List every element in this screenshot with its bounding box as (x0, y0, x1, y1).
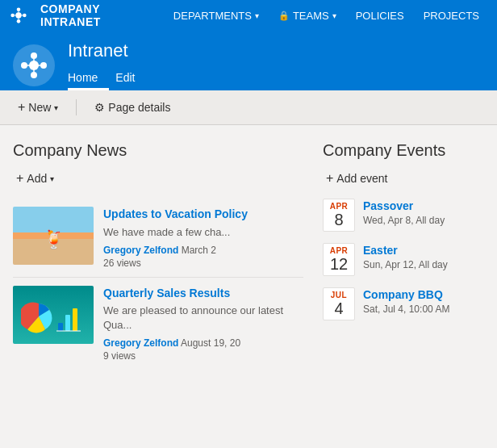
add-event-plus-icon: + (326, 171, 333, 186)
tab-home-label: Home (68, 71, 98, 84)
news-thumbnail-chart (13, 286, 94, 344)
teams-chevron-icon: ▾ (332, 11, 336, 20)
news-section-title: Company News (13, 141, 303, 160)
news-author-line: Gregory Zelfond August 19, 20 (103, 337, 303, 349)
add-news-label: Add (27, 172, 47, 185)
tab-edit[interactable]: Edit (115, 66, 146, 90)
svg-rect-19 (58, 323, 63, 331)
header-band: Intranet Home Edit (0, 31, 497, 90)
event-detail: Sat, Jul 4, 10:00 AM (363, 304, 484, 315)
news-author-name[interactable]: Gregory Zelfond (103, 337, 178, 349)
company-intranet-title: COMPANY INTRANET (40, 2, 149, 28)
svg-point-11 (40, 62, 47, 69)
news-views: 26 views (103, 257, 303, 269)
gear-icon: ⚙ (94, 101, 105, 114)
new-button[interactable]: + New ▾ (13, 97, 63, 118)
news-headline[interactable]: Quarterly Sales Results (103, 286, 303, 300)
news-item-meta: Updates to Vacation Policy We have made … (103, 207, 303, 268)
add-event-button[interactable]: + Add event (323, 170, 484, 187)
site-logo (13, 44, 55, 86)
header-tabs: Home Edit (68, 66, 152, 90)
add-news-chevron-icon: ▾ (50, 174, 54, 183)
svg-point-13 (31, 72, 37, 78)
nav-departments[interactable]: DEPARTMENTS ▾ (165, 5, 267, 27)
event-month: APR (327, 202, 351, 211)
svg-point-2 (23, 14, 27, 18)
svg-point-4 (17, 19, 21, 23)
news-headline[interactable]: Updates to Vacation Policy (103, 207, 303, 221)
event-month: JUL (327, 291, 351, 299)
event-name[interactable]: Easter (363, 243, 484, 257)
main-content: Company News + Add ▾ Updates to Vacation… (0, 125, 497, 448)
plus-icon: + (18, 100, 25, 115)
projects-label: PROJECTS (424, 10, 479, 22)
news-author-line: Gregory Zelfond March 2 (103, 245, 303, 256)
new-chevron-icon: ▾ (54, 103, 58, 112)
policies-label: POLICIES (356, 10, 404, 22)
nav-links-group: DEPARTMENTS ▾ 🔒 TEAMS ▾ POLICIES PROJECT… (165, 5, 487, 27)
event-month: APR (327, 246, 351, 255)
event-date-box: APR 8 (323, 199, 355, 232)
svg-point-12 (31, 52, 37, 59)
news-views: 9 views (103, 350, 303, 362)
event-name[interactable]: Company BBQ (363, 287, 484, 302)
news-excerpt: We are pleased to announce our latest Qu… (103, 304, 303, 333)
company-news-column: Company News + Add ▾ Updates to Vacation… (13, 141, 303, 448)
svg-rect-21 (73, 308, 77, 331)
event-item: JUL 4 Company BBQ Sat, Jul 4, 10:00 AM (323, 287, 484, 320)
add-news-button[interactable]: + Add ▾ (13, 170, 303, 187)
toolbar: + New ▾ ⚙ Page details (0, 90, 497, 125)
nav-teams[interactable]: 🔒 TEAMS ▾ (270, 5, 345, 27)
svg-point-1 (10, 14, 15, 18)
nav-projects[interactable]: PROJECTS (416, 5, 487, 27)
teams-label: TEAMS (293, 10, 329, 22)
tab-edit-label: Edit (115, 71, 135, 84)
toolbar-separator (76, 99, 77, 115)
departments-label: DEPARTMENTS (173, 10, 252, 22)
event-info: Company BBQ Sat, Jul 4, 10:00 AM (363, 287, 484, 314)
event-date-box: APR 12 (323, 243, 355, 276)
add-event-label: Add event (336, 172, 387, 185)
news-item: Updates to Vacation Policy We have made … (13, 199, 303, 277)
page-details-button[interactable]: ⚙ Page details (90, 98, 175, 117)
news-item-meta: Quarterly Sales Results We are pleased t… (103, 286, 303, 362)
page-details-label: Page details (108, 101, 170, 114)
event-day: 4 (327, 299, 351, 317)
new-label: New (28, 101, 51, 114)
svg-point-3 (17, 7, 21, 11)
tab-home[interactable]: Home (68, 66, 109, 90)
event-day: 8 (327, 211, 351, 228)
lock-icon: 🔒 (278, 10, 290, 21)
event-item: APR 8 Passover Wed, Apr 8, All day (323, 199, 484, 232)
svg-point-10 (21, 62, 27, 69)
event-day: 12 (327, 255, 351, 273)
event-name[interactable]: Passover (363, 199, 484, 213)
news-item: Quarterly Sales Results We are pleased t… (13, 278, 303, 371)
event-detail: Wed, Apr 8, All day (363, 215, 484, 226)
event-info: Passover Wed, Apr 8, All day (363, 199, 484, 225)
event-date-box: JUL 4 (323, 287, 355, 320)
event-info: Easter Sun, Apr 12, All day (363, 243, 484, 270)
news-date-value: August 19, 20 (181, 337, 240, 349)
event-item: APR 12 Easter Sun, Apr 12, All day (323, 243, 484, 276)
nav-policies[interactable]: POLICIES (348, 5, 412, 27)
add-news-plus-icon: + (16, 171, 23, 186)
nav-logo (10, 6, 27, 24)
news-author-name[interactable]: Gregory Zelfond (103, 245, 178, 256)
news-date-value: March 2 (182, 245, 216, 256)
chart-image (13, 286, 94, 344)
company-events-column: Company Events + Add event APR 8 Passove… (323, 141, 484, 448)
event-detail: Sun, Apr 12, All day (363, 259, 484, 270)
header-title-area: Intranet Home Edit (68, 40, 152, 90)
beach-image (13, 207, 94, 265)
events-section-title: Company Events (323, 141, 484, 160)
departments-chevron-icon: ▾ (255, 11, 259, 20)
news-excerpt: We have made a few cha... (103, 225, 303, 240)
site-title: Intranet (68, 40, 152, 61)
news-thumbnail-beach (13, 207, 94, 265)
top-navigation: COMPANY INTRANET DEPARTMENTS ▾ 🔒 TEAMS ▾… (0, 0, 497, 31)
svg-rect-20 (65, 315, 70, 331)
